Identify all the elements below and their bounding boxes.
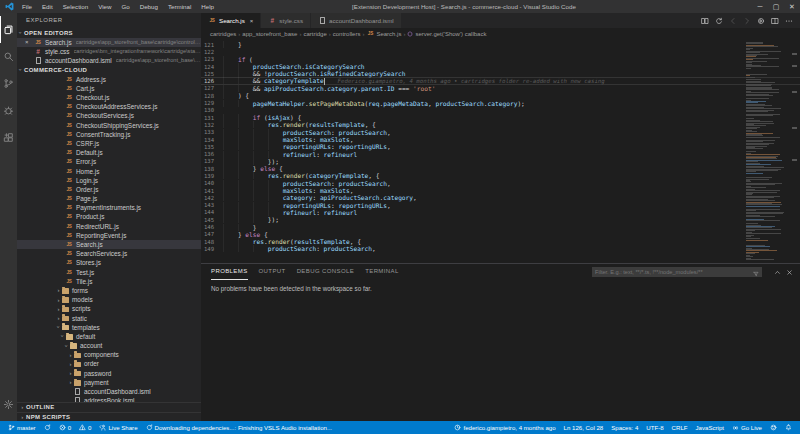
code-editor[interactable]: 121 }122123 if (124 productSearch.isCate…	[201, 39, 800, 263]
tree-item-product-js[interactable]: JSProduct.js	[17, 212, 201, 221]
split-editor-icon[interactable]	[771, 17, 779, 25]
tab-search-js[interactable]: JSSearch.js×	[201, 13, 260, 28]
nav-back-icon[interactable]	[729, 17, 737, 25]
run-icon[interactable]	[757, 17, 765, 25]
tree-item-accountdashboard-isml[interactable]: accountDashboard.isml	[17, 387, 201, 396]
statusbar-feedback[interactable]	[766, 421, 781, 434]
tree-item-checkoutshippingservices-js[interactable]: JSCheckoutShippingServices.js	[17, 121, 201, 130]
breadcrumb-app-storefront-base[interactable]: app_storefront_base	[242, 31, 297, 37]
tree-item-stores-js[interactable]: JSStores.js	[17, 258, 201, 267]
tree-item-checkoutservices-js[interactable]: JSCheckoutServices.js	[17, 111, 201, 120]
tree-item-order[interactable]: ›order	[17, 359, 201, 368]
tree-item-search-js[interactable]: JSSearch.js	[17, 240, 201, 249]
breadcrumb-server-get-show-callback[interactable]: server.get('Show') callback	[407, 31, 486, 37]
activitybar-source-control[interactable]	[0, 70, 17, 97]
open-editors-header[interactable]: › OPEN EDITORS	[17, 28, 201, 38]
compare-icon[interactable]	[701, 17, 709, 25]
close-button[interactable]: ✕	[784, 0, 800, 13]
breadcrumb-cartridge[interactable]: cartridge	[303, 31, 326, 37]
menu-file[interactable]: File	[17, 0, 37, 13]
tree-item-test-js[interactable]: JSTest.js	[17, 268, 201, 277]
statusbar-eol[interactable]: CRLF	[668, 421, 692, 434]
tree-item-checkoutaddressservices-js[interactable]: JSCheckoutAddressServices.js	[17, 102, 201, 111]
statusbar-indentation[interactable]: Spaces: 4	[607, 421, 642, 434]
panel-maximize-button[interactable]	[774, 269, 781, 276]
minimap[interactable]	[746, 39, 790, 263]
close-icon[interactable]: ×	[25, 38, 29, 47]
statusbar-encoding[interactable]: UTF-8	[642, 421, 667, 434]
statusbar-language-mode[interactable]: JavaScript	[692, 421, 728, 434]
tree-item-tile-js[interactable]: JSTile.js	[17, 277, 201, 286]
tab-style-css[interactable]: #style.css	[261, 13, 310, 28]
tree-item-searchservices-js[interactable]: JSSearchServices.js	[17, 249, 201, 258]
tree-item-order-js[interactable]: JSOrder.js	[17, 185, 201, 194]
tree-item-scripts[interactable]: ›scripts	[17, 304, 201, 313]
activitybar-search[interactable]	[0, 43, 17, 70]
nav-forward-icon[interactable]	[743, 17, 751, 25]
tree-item-redirecturl-js[interactable]: JSRedirectURL.js	[17, 222, 201, 231]
statusbar-git-branch[interactable]: master	[4, 421, 40, 434]
tree-item-templates[interactable]: ›templates	[17, 323, 201, 332]
tree-item-default-js[interactable]: JSDefault.js	[17, 148, 201, 157]
tab-accountdashboard-isml[interactable]: accountDashboard.isml	[311, 13, 401, 28]
tree-item-page-js[interactable]: JSPage.js	[17, 194, 201, 203]
tree-item-default[interactable]: ›default	[17, 332, 201, 341]
breadcrumb-controllers[interactable]: controllers	[333, 31, 361, 37]
tree-item-address-js[interactable]: JSAddress.js	[17, 75, 201, 84]
panel-tab-output[interactable]: OUTPUT	[259, 264, 286, 280]
tree-item-components[interactable]: ›components	[17, 350, 201, 359]
activitybar-debug[interactable]	[0, 97, 17, 124]
menu-debug[interactable]: Debug	[135, 0, 163, 13]
tree-item-checkout-js[interactable]: JSCheckout.js	[17, 93, 201, 102]
menu-view[interactable]: View	[93, 0, 116, 13]
filter-icon[interactable]	[753, 263, 759, 281]
discard-icon[interactable]	[715, 17, 723, 25]
tree-item-home-js[interactable]: JSHome.js	[17, 166, 201, 175]
breadcrumb-cartridges[interactable]: cartridges	[210, 31, 236, 37]
tree-item-cart-js[interactable]: JSCart.js	[17, 84, 201, 93]
open-editor-accountdashboard-isml[interactable]: accountDashboard.ismlcartridges\app_stor…	[17, 56, 201, 65]
menu-go[interactable]: Go	[116, 0, 134, 13]
open-editor-search-js[interactable]: ×JSSearch.jscartridges\app_storefront_ba…	[17, 38, 201, 47]
statusbar-sync[interactable]	[40, 421, 55, 434]
statusbar-live-share[interactable]: Live Share	[95, 421, 141, 434]
menu-help[interactable]: Help	[196, 0, 219, 13]
panel-tab-debug-console[interactable]: DEBUG CONSOLE	[297, 264, 355, 280]
project-section-header[interactable]: › COMMERCE-CLOUD	[17, 65, 201, 75]
menu-terminal[interactable]: Terminal	[163, 0, 196, 13]
panel-tab-terminal[interactable]: TERMINAL	[365, 264, 399, 280]
open-editor-style-css[interactable]: #style.csscartridges\bm_integrationframe…	[17, 47, 201, 56]
tree-item-consenttracking-js[interactable]: JSConsentTracking.js	[17, 130, 201, 139]
statusbar-gitlens-blame[interactable]: federico.giampietro, 4 months ago	[450, 421, 559, 434]
tree-item-password[interactable]: ›password	[17, 369, 201, 378]
statusbar-go-live[interactable]: Go Live	[728, 421, 766, 434]
tree-item-models[interactable]: ›models	[17, 295, 201, 304]
tree-item-login-js[interactable]: JSLogin.js	[17, 176, 201, 185]
menu-selection[interactable]: Selection	[58, 0, 93, 13]
statusbar-problems-warnings[interactable]: 0	[75, 421, 95, 434]
panel-close-button[interactable]	[786, 269, 793, 276]
npm-scripts-section-header[interactable]: › NPM SCRIPTS	[17, 412, 201, 422]
statusbar-download-progress[interactable]: Downloading dependencies...: Finishing V…	[142, 421, 337, 434]
activitybar-explorer[interactable]	[0, 16, 17, 43]
tree-item-paymentinstruments-js[interactable]: JSPaymentInstruments.js	[17, 203, 201, 212]
tree-item-static[interactable]: ›static	[17, 313, 201, 322]
tree-item-csrf-js[interactable]: JSCSRF.js	[17, 139, 201, 148]
problems-filter-input[interactable]	[595, 269, 753, 275]
breadcrumb-search-js[interactable]: JSSearch.js	[366, 30, 401, 38]
panel-tab-problems[interactable]: PROBLEMS	[211, 264, 248, 280]
statusbar-notifications[interactable]	[781, 421, 796, 434]
close-icon[interactable]: ×	[250, 18, 254, 24]
minimize-button[interactable]: ─	[752, 0, 768, 13]
statusbar-cursor-position[interactable]: Ln 126, Col 28	[560, 421, 608, 434]
tree-item-error-js[interactable]: JSError.js	[17, 157, 201, 166]
maximize-button[interactable]: ▢	[768, 0, 784, 13]
menu-edit[interactable]: Edit	[37, 0, 58, 13]
activitybar-manage[interactable]	[0, 391, 17, 418]
outline-section-header[interactable]: › OUTLINE	[17, 402, 201, 412]
more-actions-icon[interactable]	[785, 17, 793, 25]
tree-item-forms[interactable]: ›forms	[17, 286, 201, 295]
statusbar-problems-errors[interactable]: 0	[55, 421, 75, 434]
tree-item-reportingevent-js[interactable]: JSReportingEvent.js	[17, 231, 201, 240]
activitybar-extensions[interactable]	[0, 124, 17, 151]
